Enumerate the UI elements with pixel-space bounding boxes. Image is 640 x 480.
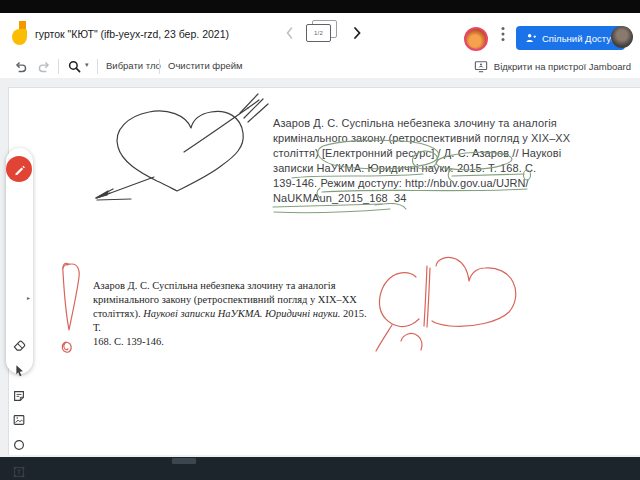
cursor-arrow-icon [12,363,26,377]
person-add-icon [525,32,537,44]
frame-toolbar: ▾ Вибрати тло Очистити фрейм Відкрити на… [0,55,640,79]
citation-line: Азаров Д. С. Суспільна небезпека злочину… [273,116,609,131]
zoom-caret-icon[interactable]: ▾ [85,61,89,69]
magnifier-icon [67,59,82,74]
account-avatar[interactable] [611,26,633,48]
circle-icon [12,438,26,452]
top-letterbox-strip [0,0,640,13]
open-on-device-label: Відкрити на пристрої Jamboard [494,61,631,72]
pen-icon [13,163,26,176]
bottom-letterbox-bar [0,457,640,480]
undo-button[interactable] [12,58,29,75]
redo-button[interactable] [36,58,53,75]
clear-frame-button[interactable]: Очистити фрейм [168,55,243,77]
app-header: гурток "КЮТ" (ifb-yeyx-rzd, 23 бер. 2021… [0,13,640,55]
bottom-bar-highlight [172,458,196,464]
share-button-label: Спільний Доступ [542,33,616,44]
shape-caret-icon[interactable]: ▸ [27,294,30,301]
document-title: гурток "КЮТ" (ifb-yeyx-rzd, 23 бер. 2021… [35,13,229,55]
open-on-device-button[interactable]: Відкрити на пристрої Jamboard [474,55,631,77]
sticky-note-tool[interactable] [9,386,29,406]
zoom-button[interactable] [66,58,83,75]
toolbar-divider [97,59,98,74]
citation-line: 168. С. 139-146. [93,335,369,349]
citation-text-object-bottom[interactable]: Азаров Д. С. Суспільна небезпека злочину… [93,279,369,349]
image-tool[interactable] [9,410,29,430]
text-box-icon [12,465,26,479]
undo-icon [13,59,28,74]
image-icon [12,413,26,427]
citation-line: записки НаУКМА. Юридичні науки. 2015. Т.… [273,161,609,176]
toolbar-divider [159,59,160,74]
previous-frame-icon[interactable] [282,23,298,43]
eraser-icon [12,337,27,352]
text-box-tool[interactable] [9,462,29,480]
drawing-tool-palette: ▸ [6,148,33,374]
redo-icon [37,59,52,74]
share-button[interactable]: Спільний Доступ [516,26,625,50]
select-tool[interactable] [9,360,29,380]
citation-line: століття) [Електронний ресурс] / Д. С. А… [273,146,609,161]
jamboard-logo-icon[interactable] [12,21,28,47]
citation-line: кримінального закону (ретроспективний по… [93,293,369,307]
jamboard-device-icon [474,60,488,73]
citation-line: 139-146. Режим доступу: http://nbuv.gov.… [273,176,609,191]
citation-line: Азаров Д. С. Суспільна небезпека злочину… [93,279,369,293]
next-frame-icon[interactable] [349,23,365,43]
pen-tool[interactable] [6,156,32,182]
frame-indicator[interactable]: 1/2 [306,24,331,42]
presence-avatar [464,27,488,51]
sticky-note-icon [12,389,26,403]
citation-text-object-top[interactable]: Азаров Д. С. Суспільна небезпека злочину… [273,116,609,206]
choose-background-button[interactable]: Вибрати тло [106,55,161,77]
citation-line: NaUKMAun_2015_168_34 [273,191,609,206]
jamboard-app-window: гурток "КЮТ" (ifb-yeyx-rzd, 23 бер. 2021… [0,0,640,480]
circle-shape-tool[interactable] [9,435,29,455]
eraser-tool[interactable] [9,334,29,354]
toolbar-divider [58,59,59,74]
more-menu-icon[interactable] [496,25,510,43]
citation-line: кримінального закону (ретроспективний по… [273,131,609,146]
citation-line: століттях). Наукові записки НаУКМА. Юрид… [93,307,369,335]
